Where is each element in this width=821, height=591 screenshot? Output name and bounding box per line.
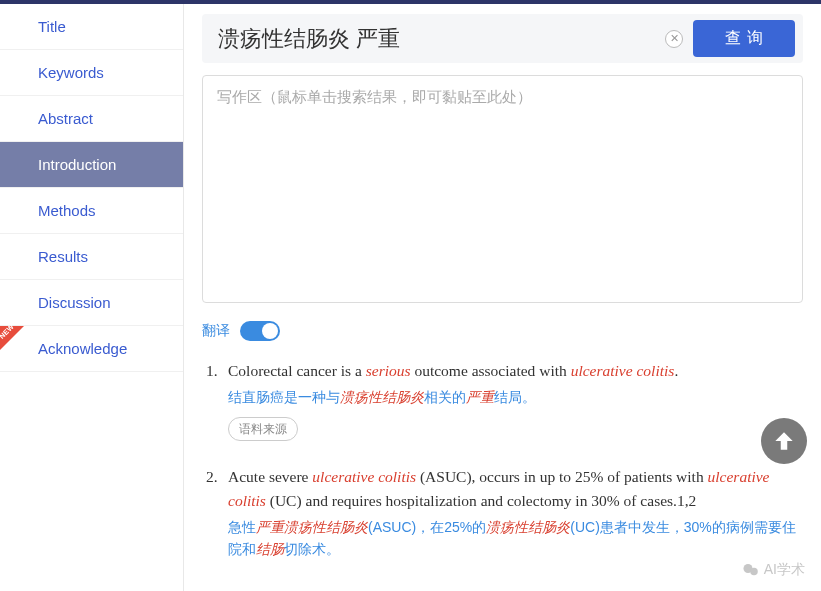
sidebar-item-abstract[interactable]: Abstract bbox=[0, 96, 183, 142]
sidebar: TitleKeywordsAbstractIntroductionMethods… bbox=[0, 4, 184, 591]
sidebar-item-label: Abstract bbox=[38, 110, 93, 127]
highlight-term: 严重溃疡性结肠炎 bbox=[256, 519, 368, 535]
sidebar-item-acknowledge[interactable]: Acknowledge bbox=[0, 326, 183, 372]
result-number: 2. bbox=[206, 465, 228, 560]
result-chinese: 急性严重溃疡性结肠炎(ASUC)，在25%的溃疡性结肠炎(UC)患者中发生，30… bbox=[228, 517, 803, 560]
search-input[interactable] bbox=[210, 22, 655, 56]
sidebar-item-methods[interactable]: Methods bbox=[0, 188, 183, 234]
source-button[interactable]: 语料来源 bbox=[228, 417, 298, 442]
sidebar-item-results[interactable]: Results bbox=[0, 234, 183, 280]
query-button[interactable]: 查询 bbox=[693, 20, 795, 57]
clear-icon[interactable]: ✕ bbox=[665, 30, 683, 48]
sidebar-item-label: Acknowledge bbox=[38, 340, 127, 357]
result-number: 1. bbox=[206, 359, 228, 441]
result-english: Acute severe ulcerative colitis (ASUC), … bbox=[228, 465, 803, 513]
scroll-top-button[interactable] bbox=[761, 418, 807, 464]
highlight-term: ulcerative colitis bbox=[571, 362, 675, 379]
highlight-term: serious bbox=[366, 362, 411, 379]
result-body: Colorectal cancer is a serious outcome a… bbox=[228, 359, 803, 441]
main-panel: ✕ 查询 翻译 1.Colorectal cancer is a serious… bbox=[184, 4, 821, 591]
highlight-term: 溃疡性结肠炎 bbox=[486, 519, 570, 535]
translate-toggle[interactable] bbox=[240, 321, 280, 341]
translate-label: 翻译 bbox=[202, 322, 230, 340]
sidebar-item-label: Title bbox=[38, 18, 66, 35]
result-body: Acute severe ulcerative colitis (ASUC), … bbox=[228, 465, 803, 560]
translate-row: 翻译 bbox=[202, 321, 803, 341]
result-english: Colorectal cancer is a serious outcome a… bbox=[228, 359, 803, 383]
sidebar-item-keywords[interactable]: Keywords bbox=[0, 50, 183, 96]
watermark: AI学术 bbox=[742, 561, 805, 579]
highlight-term: 溃疡性结肠炎 bbox=[340, 389, 424, 405]
sidebar-item-label: Results bbox=[38, 248, 88, 265]
highlight-term: 结肠 bbox=[256, 541, 284, 557]
highlight-term: ulcerative colitis bbox=[312, 468, 416, 485]
result-chinese: 结直肠癌是一种与溃疡性结肠炎相关的严重结局。 bbox=[228, 387, 803, 409]
sidebar-item-label: Introduction bbox=[38, 156, 116, 173]
result-item[interactable]: 1.Colorectal cancer is a serious outcome… bbox=[206, 359, 803, 441]
new-badge-icon bbox=[0, 326, 24, 350]
sidebar-item-label: Discussion bbox=[38, 294, 111, 311]
write-area[interactable] bbox=[202, 75, 803, 303]
sidebar-item-title[interactable]: Title bbox=[0, 4, 183, 50]
sidebar-item-label: Methods bbox=[38, 202, 96, 219]
sidebar-item-introduction[interactable]: Introduction bbox=[0, 142, 183, 188]
sidebar-item-label: Keywords bbox=[38, 64, 104, 81]
highlight-term: 严重 bbox=[466, 389, 494, 405]
arrow-up-icon bbox=[771, 428, 797, 454]
sidebar-item-discussion[interactable]: Discussion bbox=[0, 280, 183, 326]
search-row: ✕ 查询 bbox=[202, 14, 803, 63]
results-list: 1.Colorectal cancer is a serious outcome… bbox=[202, 359, 803, 561]
highlight-term: ulcerative colitis bbox=[228, 468, 770, 509]
wechat-icon bbox=[742, 561, 760, 579]
svg-point-1 bbox=[750, 568, 758, 576]
result-item[interactable]: 2.Acute severe ulcerative colitis (ASUC)… bbox=[206, 465, 803, 560]
